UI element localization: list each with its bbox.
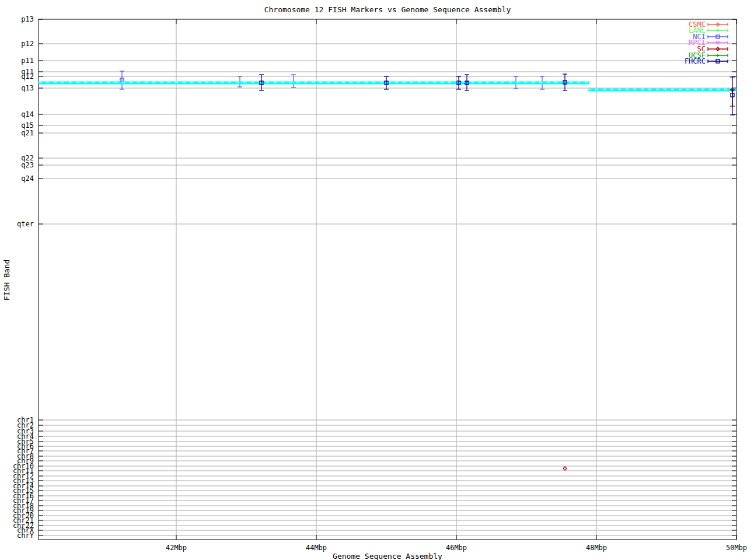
y-tick-label-q24: q24 [0,175,34,182]
legend-label-fhcrc: FHCRC [644,58,706,65]
y-tick-label-q13: q13 [0,85,34,92]
y-tick-label-p12: p12 [0,40,34,47]
y-tick-label-qter: qter [0,220,34,228]
y-axis-title: FISH Band [2,260,11,300]
y-tick-label-q21: q21 [0,130,34,136]
x-tick-label-46Mbp: 46Mbp [446,544,467,551]
marker-sc [563,467,567,470]
x-tick-label-42Mbp: 42Mbp [166,544,187,551]
chart-title: Chromosome 12 FISH Markers vs Genome Seq… [264,5,511,14]
y-tick-label-p13: p13 [0,16,34,23]
plot-border [39,19,736,540]
y-tick-label-q15: q15 [0,122,34,129]
y-tick-label-p11: p11 [0,57,34,64]
plot-canvas [0,0,747,560]
y-tick-label-q12: q12 [0,73,34,80]
y-tick-label-q14: q14 [0,111,34,118]
y-tick-label-q23: q23 [0,162,34,169]
gnuplot-chart-window: Chromosome 12 FISH Markers vs Genome Seq… [0,0,747,560]
x-axis-title: Genome Sequence Assembly [333,552,442,560]
y-tick-label-chrY: chrY [0,532,34,539]
x-tick-label-50Mbp: 50Mbp [726,544,747,551]
x-tick-label-44Mbp: 44Mbp [306,544,327,551]
x-tick-label-48Mbp: 48Mbp [586,544,607,551]
